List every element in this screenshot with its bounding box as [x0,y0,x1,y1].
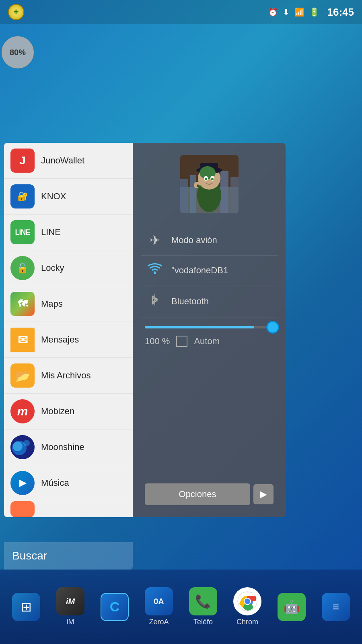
app-name-locky: Locky [41,263,64,273]
app-icon-moonshine [10,435,35,459]
dock-phone-label: Teléfo [193,618,213,626]
app-item-maps[interactable]: 🗺 Maps [4,286,133,322]
app-item-locky[interactable]: 🔓 Locky [4,250,133,286]
autom-checkbox[interactable] [176,336,187,347]
app-icon-locky: 🔓 [10,256,35,280]
app-icon-misarchivos: 📂 [10,363,35,388]
dock-item-phone[interactable]: 📞 Teléfo [185,587,221,626]
bluetooth-toggle[interactable]: Bluetooth [141,285,278,318]
dock-phone-icon: 📞 [189,587,217,615]
app-item-musica[interactable]: ▶ Música [4,465,133,501]
svg-point-25 [245,599,250,604]
airplane-label: Modo avión [171,235,217,246]
svg-rect-6 [180,179,188,213]
app-item-misarchivos[interactable]: 📂 Mis Archivos [4,358,133,394]
search-label: Buscar [12,549,47,562]
app-name-line: LINE [41,227,61,237]
airplane-icon: ✈ [145,233,165,248]
brightness-pct-row: 100 % Autom [141,332,278,353]
app-name-knox: KNOX [41,191,66,202]
app-icon-mobizen: m [10,399,35,423]
dock-menu-icon: ≡ [322,593,350,621]
dock-item-im[interactable]: iM iM [52,587,88,626]
app-icon-mensajes: ✉ [10,328,35,352]
dock-item-home[interactable]: ⊞ [8,593,44,621]
svg-point-21 [154,272,156,274]
app-name-mobizen: Mobizen [41,406,74,417]
app-name-musica: Música [41,478,69,488]
dock-zeroa-icon: 0A [145,587,173,615]
app-icon-knox: 🔐 [10,184,35,208]
dock-android-icon: 🤖 [278,593,306,621]
dock-item-chrome[interactable]: Chrom [229,587,265,626]
bluetooth-label: Bluetooth [171,296,209,307]
status-time: 16:45 [327,6,354,19]
svg-rect-9 [230,177,239,213]
app-icon-partial [10,501,35,517]
popup-container: J JunoWallet 🔐 KNOX LINE LINE 🔓 Locky 🗺 … [4,143,286,517]
options-arrow-button[interactable]: ▶ [253,484,274,504]
signal-icon: 📶 [294,7,304,17]
app-item-partial[interactable] [4,501,133,517]
dock-im-label: iM [67,618,74,626]
options-row: Opciones ▶ [141,479,278,509]
dock-chrome-icon [233,587,261,615]
wifi-label: "vodafoneDB1 [171,265,228,276]
bluetooth-icon [145,293,165,310]
app-icon-junowallet: J [10,149,35,173]
svg-point-3 [23,440,30,446]
app-name-junowallet: JunoWallet [41,155,84,166]
brightness-slider-thumb[interactable] [266,321,279,334]
svg-rect-8 [220,171,228,213]
svg-rect-7 [190,175,196,213]
dock-item-c[interactable]: C [97,593,133,621]
app-list-panel: J JunoWallet 🔐 KNOX LINE LINE 🔓 Locky 🗺 … [4,143,133,517]
app-name-misarchivos: Mis Archivos [41,370,90,381]
battery-bubble: 80% [2,36,34,68]
status-bar: + ⏰ ⬇ 📶 🔋 16:45 [0,0,362,24]
dock-c-icon: C [101,593,129,621]
download-icon: ⬇ [283,7,290,17]
wifi-toggle[interactable]: "vodafoneDB1 [141,256,278,285]
app-item-line[interactable]: LINE LINE [4,215,133,250]
search-bar[interactable]: Buscar [4,542,133,570]
airplane-mode-toggle[interactable]: ✈ Modo avión [141,225,278,256]
app-item-knox[interactable]: 🔐 KNOX [4,179,133,215]
autom-label: Autom [194,336,220,347]
app-name-maps: Maps [41,299,63,309]
bottom-dock: ⊞ iM iM C 0A ZeroA 📞 Teléfo Chrom [0,570,362,644]
battery-icon: 🔋 [309,7,319,17]
dock-im-icon: iM [56,587,84,615]
right-panel: ✈ Modo avión "vodafoneDB1 [133,143,286,517]
app-item-junowallet[interactable]: J JunoWallet [4,143,133,179]
app-icon-maps: 🗺 [10,292,35,316]
svg-point-2 [13,442,23,451]
status-right-icons: ⏰ ⬇ 📶 🔋 16:45 [268,6,354,19]
wifi-icon [145,263,165,278]
game-thumbnail [180,155,239,213]
alarm-icon: ⏰ [268,7,278,17]
app-name-moonshine: Moonshine [41,442,84,452]
brightness-slider-row [141,318,278,332]
notification-icon: + [8,4,24,20]
app-name-mensajes: Mensajes [41,334,79,345]
svg-point-17 [205,178,207,180]
dock-item-android[interactable]: 🤖 [274,593,310,621]
brightness-pct-label: 100 % [145,336,170,347]
app-item-mensajes[interactable]: ✉ Mensajes [4,322,133,358]
app-item-mobizen[interactable]: m Mobizen [4,394,133,429]
dock-zeroa-label: ZeroA [149,618,169,626]
app-icon-musica: ▶ [10,471,35,495]
app-icon-line: LINE [10,220,35,244]
brightness-slider-fill [145,326,254,328]
dock-home-icon: ⊞ [12,593,40,621]
svg-point-18 [211,178,214,180]
brightness-slider-track[interactable] [145,326,274,328]
dock-item-menu[interactable]: ≡ [318,593,354,621]
options-button[interactable]: Opciones [145,483,250,505]
app-item-moonshine[interactable]: Moonshine [4,429,133,465]
dock-chrome-label: Chrom [237,618,258,626]
dock-item-zeroa[interactable]: 0A ZeroA [141,587,177,626]
status-left-icons: + [8,4,24,20]
